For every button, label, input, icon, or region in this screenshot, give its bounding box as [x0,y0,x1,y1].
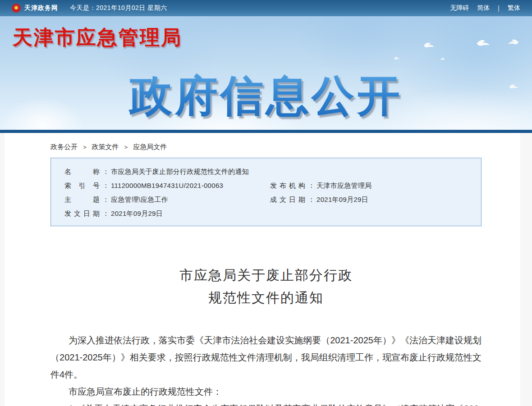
meta-field-index-no: 索引号： 11120000MB1947431U/2021-00063 [64,178,270,192]
document-title: 市应急局关于废止部分行政 规范性文件的通知 [50,264,482,309]
page-background: 政务公开 > 政策文件 > 应急局文件 名称： 市应急局关于废止部分行政规范性文… [0,133,532,406]
meta-label: 索引号 [64,178,100,192]
topbar-left: ★ 天津政务网 今天是：2021年10月02日 星期六 [12,4,167,13]
meta-field-publish-date: 发文日期： 2021年09月29日 [64,206,270,220]
dove-icon [423,41,435,48]
dove-icon [394,56,400,60]
meta-value-publish-date: 2021年09月29日 [111,206,163,220]
document-title-line2: 规范性文件的通知 [50,287,482,309]
breadcrumb-item-zhengcewenjian[interactable]: 政策文件 [92,143,119,151]
meta-row-subject: 主题： 应急管理\应急工作 成文日期： 2021年09月29日 [64,192,472,206]
dove-icon [508,38,519,45]
content-card: 政务公开 > 政策文件 > 应急局文件 名称： 市应急局关于废止部分行政规范性文… [5,133,520,406]
meta-row-name: 名称： 市应急局关于废止部分行政规范性文件的通知 [64,164,472,178]
dove-icon [509,83,518,89]
meta-label: 主题 [64,192,100,206]
topbar-links: 无障碍 简体 | 繁体 [450,4,520,12]
simplified-chinese-link[interactable]: 简体 [477,4,490,12]
dove-icon [476,38,490,47]
meta-field-written-date: 成文日期： 2021年09月29日 [270,192,368,206]
paragraph: 市应急局宣布废止的行政规范性文件： [50,383,482,400]
article: 市应急局关于废止部分行政 规范性文件的通知 为深入推进依法行政，落实市委《天津市… [50,226,482,406]
meta-label: 发文日期 [64,206,100,220]
breadcrumb-item-zhengwugongkai[interactable]: 政务公开 [50,143,78,151]
meta-row-publish-date: 发文日期： 2021年09月29日 [64,206,472,220]
meta-field-publisher: 发布机构： 天津市应急管理局 [270,178,371,192]
breadcrumb-separator: > [124,144,128,151]
meta-label: 名称 [64,164,100,178]
header-divider [0,130,532,133]
meta-value-publisher: 天津市应急管理局 [316,178,371,192]
document-meta-box: 名称： 市应急局关于废止部分行政规范性文件的通知 索引号： 11120000MB… [50,158,482,226]
meta-value-index-no: 11120000MB1947431U/2021-00063 [111,178,223,192]
agency-name-logo[interactable]: 天津市应急管理局 [13,24,182,51]
meta-field-subject: 主题： 应急管理\应急工作 [64,192,270,206]
meta-row-index: 索引号： 11120000MB1947431U/2021-00063 发布机构：… [64,178,472,192]
paragraph: 1.《关于在天津市高危行业推行安全生产责任保险以及其它商业保险的实施意见》（津安… [50,400,482,406]
traditional-chinese-link[interactable]: 繁体 [508,4,520,12]
meta-label: 成文日期 [270,192,305,206]
accessibility-link[interactable]: 无障碍 [450,4,469,12]
meta-label: 发布机构 [270,178,305,192]
breadcrumb: 政务公开 > 政策文件 > 应急局文件 [50,141,482,158]
meta-value-subject: 应急管理\应急工作 [111,192,168,206]
breadcrumb-separator: > [83,144,87,151]
national-emblem-icon: ★ [12,4,21,13]
document-body: 为深入推进依法行政，落实市委《天津市法治社会建设实施纲要（2021-2025年）… [50,332,482,406]
header-banner: 天津市应急管理局 政府信息公开 [0,16,532,130]
meta-value-written-date: 2021年09月29日 [316,192,368,206]
current-date-text: 今天是：2021年10月02日 星期六 [70,4,167,12]
site-name-link[interactable]: 天津政务网 [24,4,58,12]
breadcrumb-item-yingjijuwenjian[interactable]: 应急局文件 [133,143,167,151]
meta-value-name: 市应急局关于废止部分行政规范性文件的通知 [111,164,249,178]
banner-title: 政府信息公开 [0,68,532,125]
meta-field-name: 名称： 市应急局关于废止部分行政规范性文件的通知 [64,164,249,178]
paragraph: 为深入推进依法行政，落实市委《天津市法治社会建设实施纲要（2021-2025年）… [50,332,482,383]
link-separator: | [498,5,500,12]
dove-icon [440,57,445,60]
top-bar: ★ 天津政务网 今天是：2021年10月02日 星期六 无障碍 简体 | 繁体 [0,0,532,16]
document-title-line1: 市应急局关于废止部分行政 [50,264,482,287]
